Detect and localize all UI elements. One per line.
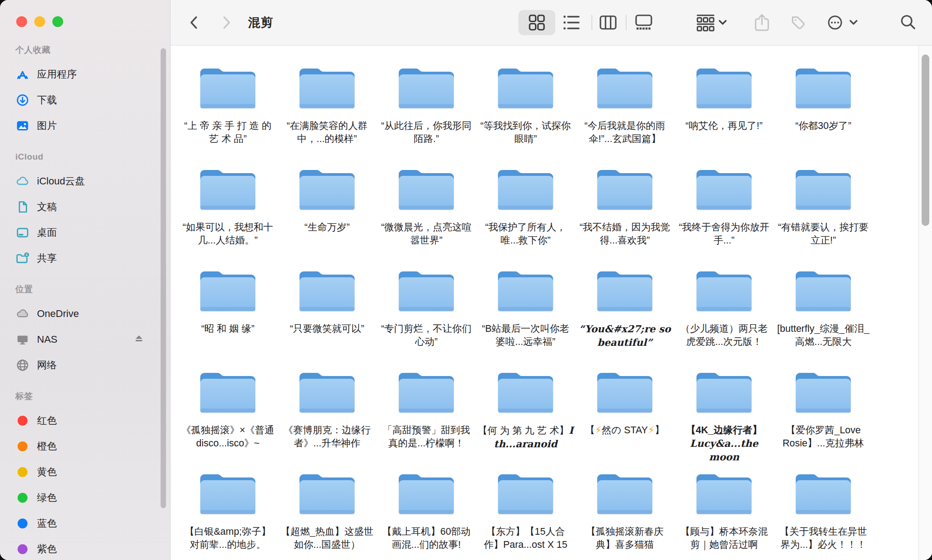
back-button[interactable] bbox=[188, 15, 200, 30]
folder-label: 【何 为 第 九 艺 术】I th...aranoid bbox=[478, 424, 573, 451]
group-chevron-down-icon[interactable] bbox=[718, 19, 728, 26]
folder-item[interactable]: 【爱你罗茜_Love Rosie】...克拉弗林 bbox=[774, 368, 873, 464]
folder-item[interactable]: “你都30岁了” bbox=[774, 64, 873, 146]
folder-item[interactable]: “微微晨光，点亮这喧嚣世界” bbox=[377, 165, 476, 247]
tag-dot-icon bbox=[15, 439, 30, 454]
sidebar-item-tag-green[interactable]: 绿色 bbox=[15, 485, 170, 510]
sidebar-section-header: iCloud bbox=[15, 150, 170, 164]
list-view-button[interactable] bbox=[562, 13, 581, 32]
folder-item[interactable]: “有错就要认，挨打要立正!” bbox=[774, 165, 873, 247]
folder-item[interactable]: 【超燃_热血】这盛世如你...国盛世） bbox=[277, 469, 377, 551]
folder-item[interactable]: “我不结婚，因为我觉得...喜欢我” bbox=[575, 165, 674, 247]
column-view-button[interactable] bbox=[598, 13, 618, 32]
sidebar-section-header: 位置 bbox=[15, 283, 170, 296]
documents-icon bbox=[15, 200, 30, 214]
folder-icon bbox=[200, 266, 255, 313]
sidebar-item-tag-red[interactable]: 红色 bbox=[15, 408, 170, 433]
sidebar-item-tag-orange[interactable]: 橙色 bbox=[15, 433, 170, 459]
sidebar-item-nas[interactable]: NAS bbox=[15, 326, 170, 352]
folder-label: 《孤独摇滚》×《普通disco...isco》~ bbox=[180, 424, 276, 450]
sidebar-item-documents[interactable]: 文稿 bbox=[15, 194, 170, 220]
folder-label: 【孤独摇滚新春庆典】喜多猫猫 bbox=[577, 525, 673, 551]
sidebar-item-network[interactable]: 网络 bbox=[15, 352, 170, 378]
sidebar-item-tag-blue[interactable]: 蓝色 bbox=[15, 510, 170, 536]
tag-dot-icon bbox=[15, 542, 30, 556]
folder-item[interactable]: “从此往后，你我形同陌路.” bbox=[377, 64, 476, 146]
sidebar-item-shared[interactable]: 共享 bbox=[15, 245, 170, 271]
folder-item[interactable]: “上 帝 亲 手 打 造 的 艺 术 品” bbox=[178, 64, 277, 146]
more-chevron-down-icon[interactable] bbox=[849, 19, 858, 26]
tag-icon[interactable] bbox=[789, 14, 807, 32]
minimize-button[interactable] bbox=[34, 16, 45, 27]
content-scrollbar-track[interactable] bbox=[918, 46, 932, 560]
sidebar-item-downloads[interactable]: 下载 bbox=[15, 87, 170, 113]
folder-icon bbox=[300, 165, 355, 212]
folder-item[interactable]: “等我找到你，试探你眼睛” bbox=[476, 64, 575, 146]
folder-icon bbox=[697, 64, 752, 110]
zoom-button[interactable] bbox=[52, 16, 63, 27]
folder-icon bbox=[200, 64, 255, 110]
sidebar-item-onedrive[interactable]: OneDrive bbox=[15, 301, 170, 326]
folder-item[interactable]: “只要微笑就可以” bbox=[277, 266, 377, 349]
folder-item[interactable]: [butterfly_综漫_催泪_高燃...无限大 bbox=[774, 266, 873, 349]
folder-item[interactable]: 【东方】【15人合作】Para...ost X 15 bbox=[476, 469, 575, 551]
folder-item[interactable]: “如果可以，我想和十几...人结婚。” bbox=[178, 165, 277, 247]
folder-item[interactable]: 《赛博朋克：边缘行者》...升华神作 bbox=[277, 368, 377, 464]
folder-item[interactable]: 《孤独摇滚》×《普通disco...isco》~ bbox=[178, 368, 277, 464]
folder-label: 【戴上耳机】60部动画混...们的故事! bbox=[378, 525, 474, 551]
more-button[interactable] bbox=[826, 14, 844, 32]
gallery-view-button[interactable] bbox=[634, 13, 654, 32]
folder-item[interactable]: 【关于我转生在异世界为...】必火！！！ bbox=[774, 469, 873, 551]
search-icon[interactable] bbox=[899, 14, 917, 32]
folder-row: 《孤独摇滚》×《普通disco...isco》~ 《赛博朋克：边缘行者》...升… bbox=[178, 368, 873, 464]
sidebar-item-label: 下载 bbox=[37, 93, 57, 107]
tag-dot-icon bbox=[15, 465, 30, 479]
folder-item[interactable]: 「高甜预警」甜到我真的是...柠檬啊！ bbox=[377, 368, 476, 464]
desktop-icon bbox=[15, 225, 30, 240]
sidebar-item-pictures[interactable]: 图片 bbox=[15, 113, 170, 138]
eject-icon[interactable] bbox=[133, 333, 145, 346]
sidebar-item-label: 紫色 bbox=[37, 542, 57, 556]
sidebar-scrollbar-thumb[interactable] bbox=[161, 48, 166, 508]
sidebar-item-icloud-drive[interactable]: iCloud云盘 bbox=[15, 168, 170, 194]
sidebar-item-desktop[interactable]: 桌面 bbox=[15, 220, 170, 245]
folder-item[interactable]: “今后我就是你的雨伞!”...玄武国篇】 bbox=[575, 64, 674, 146]
folder-item[interactable]: “我终于舍得为你放开手...” bbox=[674, 165, 774, 247]
sidebar-item-tag-yellow[interactable]: 黄色 bbox=[15, 459, 170, 485]
folder-item[interactable]: 【何 为 第 九 艺 术】I th...aranoid bbox=[476, 368, 575, 464]
folder-item[interactable]: （少儿频道）两只老虎爱跳...次元版！ bbox=[674, 266, 774, 349]
folder-item[interactable]: “在满脸笑容的人群中，...的模样” bbox=[277, 64, 377, 146]
forward-button[interactable] bbox=[220, 15, 233, 30]
folder-item[interactable]: 【戴上耳机】60部动画混...们的故事! bbox=[377, 469, 476, 551]
icon-view-button[interactable] bbox=[527, 13, 547, 32]
folder-label: “B站最后一次叫你老婆啦...远幸福” bbox=[478, 322, 573, 349]
group-button[interactable] bbox=[695, 13, 716, 32]
folder-row: 【白银&amp;弥子】对前辈...的地步。 【超燃_热血】这盛世如你...国盛世… bbox=[178, 469, 873, 551]
folder-item[interactable]: 【孤独摇滚新春庆典】喜多猫猫 bbox=[575, 469, 674, 551]
folder-item[interactable]: 【4K_边缘行者】Lucy&a...the moon bbox=[674, 368, 774, 464]
folder-item[interactable]: “You&#x27;re so beautiful” bbox=[575, 266, 674, 349]
folder-icon bbox=[498, 469, 553, 516]
folder-item[interactable]: 【⚡然の STAY⚡】 bbox=[575, 368, 674, 464]
folder-icon bbox=[498, 368, 553, 415]
folder-icon bbox=[697, 266, 752, 313]
folder-icon bbox=[796, 266, 851, 313]
folder-item[interactable]: “呐艾伦，再见了!” bbox=[674, 64, 774, 146]
folder-item[interactable]: 【顾与】桥本环奈混剪｜她曾活过啊 bbox=[674, 469, 774, 551]
folder-item[interactable]: “生命万岁” bbox=[277, 165, 377, 247]
folder-label: 【4K_边缘行者】Lucy&a...the moon bbox=[676, 424, 772, 464]
sidebar-item-label: 共享 bbox=[37, 252, 57, 265]
folder-item[interactable]: 【白银&amp;弥子】对前辈...的地步。 bbox=[178, 469, 277, 551]
sidebar-item-tag-purple[interactable]: 紫色 bbox=[15, 536, 170, 560]
sidebar-item-applications[interactable]: 应用程序 bbox=[15, 61, 170, 87]
content-scrollbar-thumb[interactable] bbox=[922, 55, 929, 226]
folder-item[interactable]: “我保护了所有人，唯...救下你” bbox=[476, 165, 575, 247]
toolbar-separator bbox=[591, 15, 592, 30]
folder-item[interactable]: “昭 和 姻 缘” bbox=[178, 266, 277, 349]
close-button[interactable] bbox=[16, 16, 27, 27]
folder-item[interactable]: “专门剪烂，不让你们心动” bbox=[377, 266, 476, 349]
sidebar-item-label: 应用程序 bbox=[37, 68, 77, 81]
folder-label: “如果可以，我想和十几...人结婚。” bbox=[180, 221, 276, 247]
tag-dot-icon bbox=[15, 516, 30, 531]
folder-item[interactable]: “B站最后一次叫你老婆啦...远幸福” bbox=[476, 266, 575, 349]
